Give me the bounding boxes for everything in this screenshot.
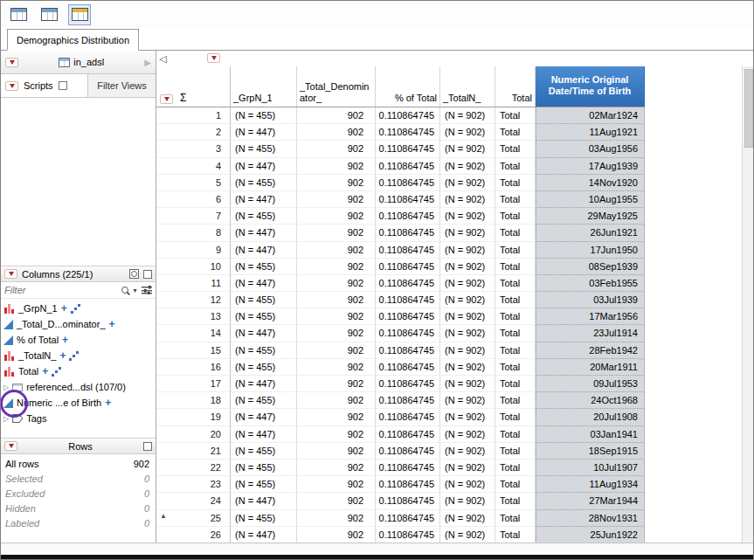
cell[interactable]: (N = 455) bbox=[231, 443, 297, 460]
cell[interactable]: 0.110864745 bbox=[376, 376, 440, 392]
cell[interactable]: (N = 902) bbox=[440, 460, 495, 476]
cell[interactable]: 902 bbox=[297, 124, 376, 141]
row-number[interactable]: 1 bbox=[156, 107, 231, 124]
cell[interactable]: (N = 447) bbox=[231, 191, 297, 208]
cell[interactable]: 902 bbox=[297, 426, 376, 443]
cell[interactable]: (N = 902) bbox=[440, 392, 495, 409]
row-number[interactable]: 4 bbox=[156, 158, 231, 175]
cell[interactable]: 0.110864745 bbox=[376, 292, 440, 308]
column-settings-icon[interactable] bbox=[129, 269, 139, 279]
cell[interactable]: Total bbox=[495, 208, 536, 225]
cell[interactable]: (N = 902) bbox=[440, 376, 495, 392]
cell[interactable]: 11Aug1934 bbox=[536, 476, 645, 493]
cell[interactable]: 25Jun1922 bbox=[536, 527, 645, 543]
play-arrow-icon[interactable]: ▶ bbox=[144, 58, 151, 67]
row-number[interactable]: 12 bbox=[156, 292, 231, 308]
cell[interactable]: Total bbox=[495, 359, 536, 376]
cell[interactable]: (N = 455) bbox=[231, 259, 297, 275]
cell[interactable]: (N = 902) bbox=[440, 476, 495, 493]
column-header-of-total[interactable]: % of Total bbox=[376, 66, 440, 107]
column-list-item[interactable]: Total+ bbox=[1, 363, 156, 379]
cell[interactable]: 17Jun1950 bbox=[536, 242, 645, 259]
column-list-item[interactable]: _GrpN_1+ bbox=[1, 301, 156, 316]
cell[interactable]: 0.110864745 bbox=[376, 409, 440, 425]
cell[interactable]: (N = 455) bbox=[231, 460, 297, 476]
cell[interactable]: (N = 902) bbox=[440, 527, 495, 543]
cell[interactable]: (N = 902) bbox=[440, 191, 495, 208]
cell[interactable]: Total bbox=[495, 426, 536, 443]
cell[interactable]: 18Sep1915 bbox=[536, 443, 645, 460]
cell[interactable]: 03Aug1956 bbox=[536, 141, 645, 157]
column-header-numeric-original-date-time-of-birth[interactable]: Numeric Original Date/Time of Birth bbox=[536, 66, 645, 107]
cell[interactable]: 902 bbox=[297, 191, 376, 208]
row-number[interactable]: 10 bbox=[156, 259, 231, 275]
vertical-scrollbar[interactable] bbox=[742, 66, 754, 543]
cell[interactable]: (N = 902) bbox=[440, 359, 495, 376]
cell[interactable]: Total bbox=[495, 392, 536, 409]
cell[interactable]: 902 bbox=[297, 225, 376, 241]
scripts-checkbox[interactable] bbox=[59, 81, 67, 90]
cell[interactable]: 0.110864745 bbox=[376, 527, 440, 543]
cell[interactable]: 902 bbox=[297, 476, 376, 493]
rows-stat-row[interactable]: Selected0 bbox=[1, 471, 156, 486]
row-number[interactable]: 20 bbox=[156, 426, 231, 443]
cell[interactable]: 09Jul1953 bbox=[536, 376, 645, 392]
row-number[interactable]: 3 bbox=[156, 141, 231, 157]
cell[interactable]: Total bbox=[495, 175, 536, 191]
cell[interactable]: 0.110864745 bbox=[376, 443, 440, 460]
rows-stat-row[interactable]: Hidden0 bbox=[1, 501, 156, 515]
cell[interactable]: 0.110864745 bbox=[376, 476, 440, 493]
cell[interactable]: Total bbox=[495, 107, 536, 124]
filter-views-tab[interactable]: Filter Views bbox=[87, 74, 156, 97]
cell[interactable]: 902 bbox=[297, 443, 376, 460]
cell[interactable]: 14Nov1920 bbox=[536, 175, 645, 191]
cell[interactable]: (N = 455) bbox=[231, 141, 297, 157]
cell[interactable]: (N = 455) bbox=[231, 510, 297, 527]
cell[interactable]: (N = 455) bbox=[231, 359, 297, 376]
cell[interactable]: (N = 447) bbox=[231, 426, 297, 443]
columns-red-triangle-icon[interactable] bbox=[160, 94, 173, 104]
journal-window-button[interactable] bbox=[68, 4, 91, 25]
cell[interactable]: 24Oct1968 bbox=[536, 392, 645, 409]
cell[interactable]: Total bbox=[495, 158, 536, 175]
cell[interactable]: (N = 447) bbox=[231, 527, 297, 543]
cell[interactable]: (N = 902) bbox=[440, 443, 495, 460]
cell[interactable]: 902 bbox=[297, 510, 376, 527]
cell[interactable]: 902 bbox=[297, 376, 376, 392]
cell[interactable]: Total bbox=[495, 527, 536, 543]
cell[interactable]: 26Jun1921 bbox=[536, 225, 645, 241]
cell[interactable]: 0.110864745 bbox=[376, 275, 440, 292]
cell[interactable]: Total bbox=[495, 443, 536, 460]
row-number[interactable]: 7 bbox=[156, 208, 231, 225]
cell[interactable]: 10Aug1955 bbox=[536, 191, 645, 208]
cell[interactable]: 902 bbox=[297, 493, 376, 509]
cell[interactable]: 902 bbox=[297, 342, 376, 359]
row-number[interactable]: 19 bbox=[156, 409, 231, 425]
cell[interactable]: 20Mar1911 bbox=[536, 359, 645, 376]
cell[interactable]: Total bbox=[495, 124, 536, 141]
cell[interactable]: (N = 902) bbox=[440, 308, 495, 325]
cell[interactable]: 0.110864745 bbox=[376, 191, 440, 208]
cell[interactable]: 17Mar1956 bbox=[536, 308, 645, 325]
cell[interactable]: (N = 447) bbox=[231, 376, 297, 392]
cell[interactable]: 902 bbox=[297, 158, 376, 175]
row-number[interactable]: 21 bbox=[156, 443, 231, 460]
row-number[interactable]: 16 bbox=[156, 359, 231, 376]
cell[interactable]: 0.110864745 bbox=[376, 510, 440, 527]
cell[interactable]: 02Mar1924 bbox=[536, 107, 645, 124]
cell[interactable]: (N = 902) bbox=[440, 342, 495, 359]
column-list-item[interactable]: _Total_D...ominator_+ bbox=[1, 316, 156, 332]
search-icon[interactable] bbox=[121, 287, 128, 294]
cell[interactable]: 902 bbox=[297, 107, 376, 124]
cell[interactable]: Total bbox=[495, 191, 536, 208]
cell[interactable]: 902 bbox=[297, 275, 376, 292]
cell[interactable]: (N = 455) bbox=[231, 208, 297, 225]
column-list-item[interactable]: Numeric ...e of Birth+ bbox=[1, 395, 156, 411]
cell[interactable]: 902 bbox=[297, 308, 376, 325]
cell[interactable]: Total bbox=[495, 510, 536, 527]
cell[interactable]: 902 bbox=[297, 259, 376, 275]
column-header-total[interactable]: Total bbox=[495, 66, 536, 107]
cell[interactable]: (N = 902) bbox=[440, 175, 495, 191]
cell[interactable]: (N = 902) bbox=[440, 208, 495, 225]
row-number[interactable]: 9 bbox=[156, 242, 231, 259]
